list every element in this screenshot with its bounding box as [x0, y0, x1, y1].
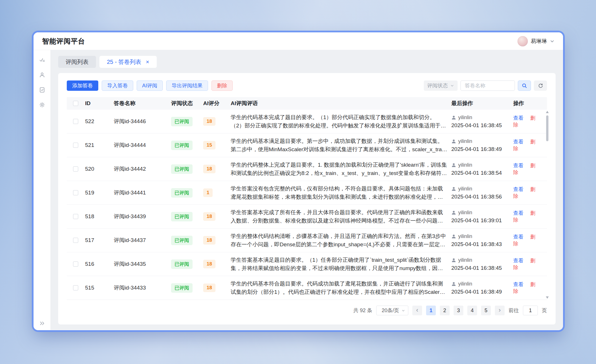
row-id: 517 — [85, 237, 114, 243]
delete-button[interactable]: 删除 — [211, 80, 233, 91]
page-button-4[interactable]: 4 — [467, 306, 477, 315]
status-badge: 已评阅 — [171, 259, 193, 269]
next-page-button[interactable]: › — [495, 306, 505, 315]
row-id: 518 — [85, 213, 114, 220]
table-row: 521 评阅id-34444 已评阅 15 学生的代码基本满足题目要求。第一步中… — [67, 133, 547, 157]
page-size-select[interactable]: 20条/页 — [376, 306, 408, 315]
main-content: 评阅列表 25 - 答卷列表 × 添加答卷 导入答卷 AI评阅 导出评阅结果 删… — [51, 50, 563, 330]
row-name: 评阅id-34444 — [114, 141, 171, 149]
scroll-up-arrow-icon[interactable] — [546, 111, 549, 113]
page-button-3[interactable]: 3 — [454, 306, 463, 315]
view-link[interactable]: 查看 — [513, 163, 524, 168]
goto-suffix: 页 — [542, 307, 547, 314]
ai-review-button[interactable]: AI评阅 — [137, 80, 163, 91]
table-row: 518 评阅id-34439 已评阅 18 学生答案基本完成了所有任务，并且大体… — [67, 205, 547, 229]
row-checkbox[interactable] — [73, 119, 78, 124]
row-name: 评阅id-34439 — [114, 213, 171, 220]
row-checkbox[interactable] — [73, 261, 78, 267]
goto-page-input[interactable] — [523, 306, 538, 315]
row-id: 522 — [85, 118, 114, 125]
total-count: 共 92 条 — [353, 307, 372, 314]
scrollbar-thumb[interactable] — [546, 115, 548, 141]
score-badge: 18 — [203, 165, 215, 173]
search-button[interactable] — [518, 80, 531, 91]
view-link[interactable]: 查看 — [513, 210, 524, 216]
pagination: 共 92 条 20条/页 ‹ 1 2 3 4 5 › 前往 — [67, 306, 547, 315]
row-id: 516 — [85, 261, 114, 267]
operate-time: 2025-04-01 16:38:49 — [451, 146, 509, 152]
view-link[interactable]: 查看 — [513, 258, 524, 263]
row-checkbox[interactable] — [73, 143, 78, 148]
prev-page-button[interactable]: ‹ — [412, 306, 422, 315]
col-header-lastop: 最后操作 — [451, 100, 513, 107]
review-checklist-icon[interactable] — [39, 57, 45, 63]
export-results-button[interactable]: 导出评阅结果 — [166, 80, 208, 91]
select-all-checkbox[interactable] — [73, 101, 78, 106]
scroll-down-arrow-icon[interactable] — [546, 296, 549, 299]
user-icon[interactable] — [39, 72, 45, 78]
tab-answer-sheet-list[interactable]: 25 - 答卷列表 × — [99, 56, 157, 68]
import-answer-button[interactable]: 导入答卷 — [102, 80, 133, 91]
page-button-5[interactable]: 5 — [481, 306, 491, 315]
document-check-icon[interactable] — [39, 87, 45, 93]
person-icon — [451, 115, 456, 120]
view-link[interactable]: 查看 — [513, 186, 524, 192]
sidebar — [34, 50, 51, 330]
operator-name: yilinlin — [458, 162, 472, 168]
table-row: 520 评阅id-34442 已评阅 18 学生的代码整体上完成了题目要求。1.… — [67, 157, 547, 181]
ai-comment: 学生答案基本满足题目的要求。（1）任务部分正确使用了`train_test_sp… — [231, 256, 447, 272]
score-badge: 18 — [203, 117, 215, 126]
sidebar-collapse-icon[interactable] — [39, 320, 45, 326]
page-button-2[interactable]: 2 — [440, 306, 450, 315]
row-name: 评阅id-34446 — [114, 118, 171, 125]
answer-name-input[interactable] — [460, 80, 515, 91]
person-icon — [451, 234, 456, 239]
col-header-score: AI评分 — [203, 100, 231, 107]
operator-name: yilinlin — [458, 233, 472, 239]
operate-time: 2025-04-01 16:38:45 — [451, 122, 509, 129]
operator-name: yilinlin — [458, 257, 472, 263]
row-id: 515 — [85, 285, 114, 291]
app-header: 智能评阅平台 易琳琳 — [34, 32, 563, 50]
user-menu[interactable]: 易琳琳 — [517, 36, 554, 46]
settings-gear-icon[interactable] — [39, 102, 45, 108]
refresh-button[interactable] — [534, 80, 547, 91]
score-badge: 1 — [203, 188, 213, 197]
table-row: 522 评阅id-34446 已评阅 18 学生的代码基本完成了题目的要求。（1… — [67, 110, 547, 133]
view-link[interactable]: 查看 — [513, 115, 524, 121]
page-button-1[interactable]: 1 — [426, 306, 436, 315]
ai-comment: 学生答案基本完成了所有任务，并且大体符合题目要求。代码使用了正确的库和函数来载入… — [231, 208, 447, 225]
row-checkbox[interactable] — [73, 166, 78, 172]
avatar[interactable] — [517, 36, 528, 46]
table-row: 519 评阅id-34441 已评阅 1 学生答案没有包含完整的代码，仅有部分结… — [67, 181, 547, 205]
operator-name: yilinlin — [458, 115, 472, 121]
tab-bar: 评阅列表 25 - 答卷列表 × — [58, 56, 556, 68]
tab-review-list[interactable]: 评阅列表 — [58, 56, 96, 68]
row-checkbox[interactable] — [73, 238, 78, 243]
table-header-row: ID 答卷名称 评阅状态 AI评分 AI评阅评语 最后操作 操作 — [67, 97, 547, 110]
status-badge: 已评阅 — [171, 236, 193, 245]
add-answer-button[interactable]: 添加答卷 — [67, 80, 98, 91]
view-link[interactable]: 查看 — [513, 282, 524, 287]
row-name: 评阅id-34442 — [114, 165, 171, 173]
tab-close-icon[interactable]: × — [146, 59, 149, 65]
row-checkbox[interactable] — [73, 214, 78, 219]
view-link[interactable]: 查看 — [513, 139, 524, 145]
filter-bar: 评阅状态 — [424, 80, 547, 91]
answer-sheet-table: ID 答卷名称 评阅状态 AI评分 AI评阅评语 最后操作 操作 522 评阅i… — [67, 97, 547, 300]
row-checkbox[interactable] — [73, 285, 78, 290]
app-title: 智能评阅平台 — [42, 37, 85, 46]
row-checkbox[interactable] — [73, 190, 78, 195]
operate-time: 2025-04-01 16:38:45 — [451, 265, 509, 271]
person-icon — [451, 210, 456, 215]
review-status-select[interactable]: 评阅状态 — [424, 80, 458, 91]
operator-name: yilinlin — [458, 186, 472, 192]
operator-name: yilinlin — [458, 281, 472, 287]
row-id: 519 — [85, 190, 114, 196]
row-name: 评阅id-34441 — [114, 189, 171, 196]
view-link[interactable]: 查看 — [513, 234, 524, 240]
ai-comment: 学生的整体代码结构清晰，步骤基本正确，并且适用了正确的库和方法。然而，在第3步中… — [231, 232, 447, 249]
score-badge: 18 — [203, 260, 215, 268]
chevron-down-icon — [550, 39, 554, 44]
person-icon — [451, 163, 456, 168]
